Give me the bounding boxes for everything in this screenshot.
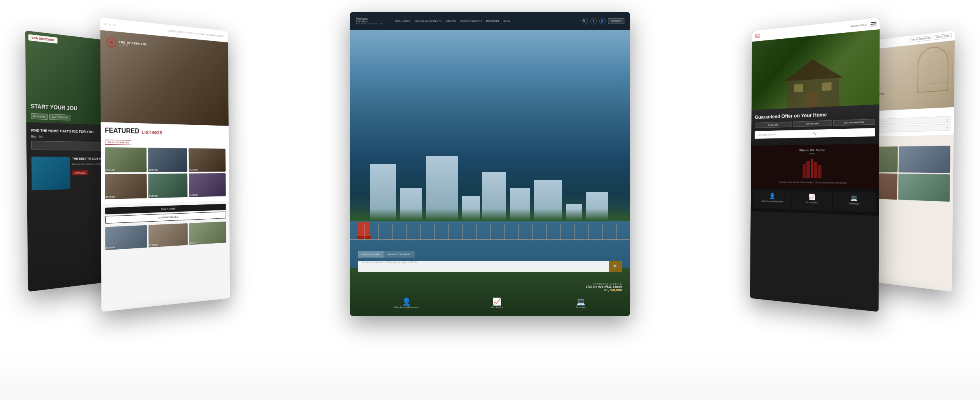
search-button[interactable]: 🔍 — [609, 261, 622, 272]
railing-post-9 — [476, 224, 477, 240]
mark-spain-guaranteed: Guaranteed Offer on Your Home Find a hom… — [751, 104, 879, 146]
sothebys-nav-items: FIND HOMES NEW DEVELOPMENTS AGENTS NEIGH… — [395, 20, 510, 22]
virtual-open-house-btn[interactable]: VIRTUAL OPEN HOUSE — [910, 36, 932, 43]
featured-listing-price: $1,750,000 — [586, 288, 622, 292]
listing-thumb-2: $4,890,000 — [148, 148, 187, 172]
oppenheim-featured: FEATURED LISTINGS SEE ALL PROPERTIES $7,… — [101, 122, 229, 204]
agents-arrow: → — [491, 308, 503, 312]
sothebys-name: Sotheby's — [356, 20, 383, 23]
era-explore-button[interactable]: EXPLORE — [72, 170, 89, 176]
sothebys-search: FIND A HOME MARKET REPORT Search by Addr… — [350, 251, 630, 272]
railing-post-4 — [406, 224, 407, 240]
screen-sothebys: Realogics Sotheby's INTERNATIONAL REALTY… — [350, 12, 630, 316]
virtual-tours-btn[interactable]: VIRTUAL TOURS — [934, 33, 952, 40]
chevron-down-icon: ▾ — [947, 118, 948, 121]
search-row: Search by Address, City, Agent, Zip or M… — [358, 261, 622, 272]
nav-discover[interactable]: DISCOVER — [486, 20, 500, 22]
railing-post-17 — [588, 224, 589, 240]
featured-text: FEATURED — [105, 127, 139, 135]
railing-post-15 — [560, 224, 561, 240]
agent-search-bar[interactable]: Find an agent by location 🔍 — [755, 128, 875, 139]
railing-post-1 — [364, 224, 365, 240]
railing-post-13 — [532, 224, 533, 240]
find-home-btn[interactable]: Find a home — [755, 121, 792, 128]
era-hero-buttons: BUY A HOME SELL YOUR HOME — [31, 113, 70, 120]
oppenheim-nav-text: LISTINGS ABOUT JUST SOLD A & B • MEET TH… — [168, 29, 224, 37]
feature-item-agents: 📈 #1 In America → — [792, 191, 832, 210]
location-icon[interactable]: 📍 — [590, 18, 597, 24]
featured-listing-bar: FEATURED LISTING 2720 3rd Ave #FLt5, Sea… — [586, 283, 622, 292]
listing-price-6: $1,190,000 — [190, 194, 198, 196]
realogics-text: Realogics — [356, 17, 383, 20]
feature-tech: 💻 Technology → — [576, 297, 586, 312]
sothebys-search-input[interactable]: Search by Address, City, Agent, Zip or M… — [358, 261, 609, 272]
railing-post-8 — [462, 224, 463, 240]
client-arrow: → — [394, 308, 418, 312]
phone-number: 855-299-SOLD — [850, 24, 866, 28]
nav-agents[interactable]: AGENTS — [446, 20, 456, 22]
hamburger-menu[interactable] — [871, 22, 876, 26]
more-price-1: $4,999,000 — [106, 247, 115, 250]
nav-dot-2 — [109, 24, 111, 26]
agent-search-placeholder: Find an agent by location — [757, 132, 812, 136]
ground-reflection — [0, 352, 980, 400]
railing-post-14 — [546, 224, 547, 240]
oppenheim-circle-icon — [106, 37, 116, 48]
more-thumb-2: $3,999,000 — [148, 223, 188, 248]
listing-thumb-5: $4,355,000 — [148, 174, 188, 198]
view-all-button[interactable]: SEE ALL PROPERTIES — [105, 140, 131, 145]
mark-spain-inner: MARK SPAIN 855-299-SOLD — [750, 18, 880, 312]
sothebys-brand: Realogics Sotheby's INTERNATIONAL REALTY — [356, 17, 383, 25]
guaranteed-title: Guaranteed Offer on Your Home — [755, 110, 875, 120]
svg-rect-7 — [811, 159, 813, 178]
svg-marker-1 — [783, 57, 843, 81]
nav-neighborhoods[interactable]: NEIGHBORHOODS — [460, 20, 482, 22]
action-buttons: Find a home Sell your home Get a Guarant… — [755, 119, 875, 128]
railing-post-16 — [574, 224, 575, 240]
nav-dot-1 — [104, 23, 106, 26]
sell-your-home-btn[interactable]: Sell your home — [793, 120, 832, 127]
era-sell-btn[interactable]: SELL YOUR HOME — [49, 114, 70, 120]
client-arrow-icon: → — [754, 203, 790, 207]
market-thumb-2 — [898, 146, 950, 173]
svg-rect-8 — [814, 162, 817, 178]
railing-post-12 — [518, 224, 519, 240]
listing-thumb-6: $1,190,000 — [189, 173, 226, 197]
railing-post-3 — [392, 224, 393, 240]
railing-post-5 — [420, 224, 421, 240]
sothebys-logo: Realogics Sotheby's INTERNATIONAL REALTY — [356, 17, 383, 25]
find-home-tab[interactable]: FIND A HOME — [358, 251, 384, 258]
oppenheim-featured-label: FEATURED LISTINGS — [105, 127, 225, 136]
guaranteed-offer-btn[interactable]: Get a Guaranteed Offer — [833, 119, 875, 126]
era-buy-btn[interactable]: BUY A HOME — [31, 113, 48, 120]
era-tab-buy[interactable]: Buy — [31, 135, 36, 138]
tech-arrow: → — [576, 308, 586, 312]
feature-agents: 📈 #1 In America → — [491, 297, 503, 312]
technology-icon: 💻 — [834, 194, 875, 202]
nav-blog[interactable]: BLOG — [503, 20, 510, 22]
listing-thumb-4: $3,389,000 — [105, 174, 147, 199]
contact-button[interactable]: CONTACT — [608, 18, 624, 24]
feature-item-client: 👤 Client-Focused Experience → — [754, 190, 792, 209]
user-icon[interactable]: 👤 — [599, 18, 606, 24]
search-icon-small: 🔍 — [813, 130, 872, 135]
search-icon[interactable]: 🔍 — [582, 18, 588, 24]
listing-price-4: $3,389,000 — [106, 196, 115, 198]
market-tab[interactable]: MARKET REPORT — [384, 251, 415, 258]
screen-oppenheim: LISTINGS ABOUT JUST SOLD A & B • MEET TH… — [100, 18, 230, 312]
sothebys-inner: Realogics Sotheby's INTERNATIONAL REALTY… — [350, 12, 630, 316]
tree-row — [350, 209, 630, 221]
mark-spain-hero — [752, 29, 880, 110]
feature-item-tech: 💻 Technology → — [833, 192, 876, 212]
feature-client: 👤 Client-Focused Experience → — [394, 297, 418, 312]
client-focused-icon: 👤 — [754, 192, 791, 200]
era-tab-sell[interactable]: Sell — [38, 135, 43, 138]
sothebys-subtitle: INTERNATIONAL REALTY — [356, 23, 383, 25]
listing-thumb-3: $3,100,000 — [189, 148, 226, 172]
listing-price-1: $7,999,000 — [106, 170, 115, 172]
listing-grid: $7,999,000 $4,890,000 $3,100,000 $3,389,… — [105, 147, 226, 199]
nav-find-homes[interactable]: FIND HOMES — [395, 20, 411, 22]
client-icon: 👤 — [394, 297, 418, 306]
nav-new-dev[interactable]: NEW DEVELOPMENTS — [414, 20, 442, 22]
listing-price-5: $4,355,000 — [149, 195, 158, 198]
